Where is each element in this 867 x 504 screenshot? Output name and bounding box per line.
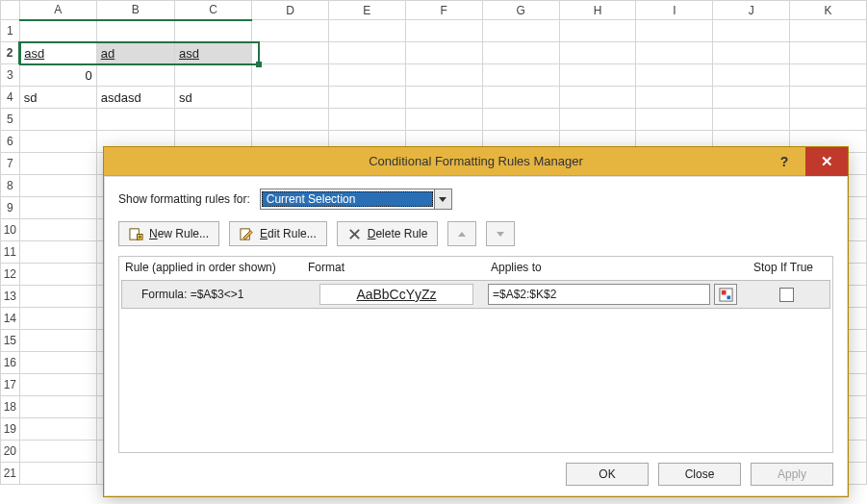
col-header-C[interactable]: C (174, 1, 251, 20)
row-header-18[interactable]: 18 (1, 396, 20, 418)
col-header-G[interactable]: G (482, 1, 559, 20)
cell-A2[interactable]: asd (19, 42, 96, 64)
edit-rule-button[interactable]: Edit Rule... (229, 221, 327, 246)
col-header-J[interactable]: J (713, 1, 790, 20)
apply-button[interactable]: Apply (751, 463, 833, 486)
cell-A4[interactable]: sd (19, 87, 96, 109)
rule-description: Formula: =$A$3<>1 (122, 288, 305, 301)
cell-C2[interactable]: asd (174, 42, 251, 64)
help-button[interactable]: ? (763, 147, 805, 176)
row-header-6[interactable]: 6 (1, 131, 20, 153)
delete-rule-button[interactable]: Delete Rule (337, 221, 439, 246)
cell-A3[interactable]: 0 (19, 64, 96, 87)
col-header-A[interactable]: A (19, 1, 96, 20)
col-header-H[interactable]: H (559, 1, 636, 20)
row-header-8[interactable]: 8 (1, 175, 20, 197)
row-header-13[interactable]: 13 (1, 286, 20, 308)
range-selector-icon (719, 288, 733, 302)
row-header-21[interactable]: 21 (1, 463, 20, 485)
move-down-button[interactable] (486, 221, 515, 246)
chevron-up-icon (458, 232, 466, 237)
applies-to-input[interactable]: =$A$2:$K$2 (488, 284, 710, 305)
show-for-label: Show formatting rules for: (118, 192, 250, 206)
col-header-I[interactable]: I (636, 1, 713, 20)
header-applies: Applies to (491, 261, 740, 274)
row-header-17[interactable]: 17 (1, 374, 20, 396)
chevron-down-icon (497, 232, 504, 237)
close-button[interactable]: ✕ (805, 147, 848, 176)
header-format: Format (308, 261, 491, 274)
cell-B2[interactable]: ad (96, 42, 174, 64)
row-header-15[interactable]: 15 (1, 330, 20, 352)
new-rule-icon (129, 227, 143, 241)
col-header-B[interactable]: B (96, 1, 174, 20)
row-header-16[interactable]: 16 (1, 352, 20, 374)
row-header-7[interactable]: 7 (1, 153, 20, 175)
edit-rule-icon (240, 227, 254, 241)
close-dialog-button[interactable]: Close (658, 463, 741, 486)
show-for-value: Current Selection (262, 191, 433, 207)
header-rule: Rule (applied in order shown) (125, 261, 308, 274)
format-preview: AaBbCcYyZz (319, 284, 473, 305)
dialog-titlebar[interactable]: Conditional Formatting Rules Manager ? ✕ (104, 147, 848, 176)
stop-if-true-checkbox[interactable] (779, 288, 794, 302)
combo-dropdown-button[interactable] (434, 189, 451, 209)
ok-button[interactable]: OK (566, 463, 649, 486)
col-header-D[interactable]: D (252, 1, 329, 20)
rule-row[interactable]: Formula: =$A$3<>1 AaBbCcYyZz =$A$2:$K$2 (121, 280, 830, 309)
row-header-20[interactable]: 20 (1, 441, 20, 463)
row-header-19[interactable]: 19 (1, 418, 20, 441)
row-header-4[interactable]: 4 (1, 87, 20, 109)
cell-B4[interactable]: asdasd (96, 87, 174, 109)
help-icon: ? (780, 154, 789, 169)
show-for-combo[interactable]: Current Selection (260, 189, 452, 210)
col-header-E[interactable]: E (328, 1, 405, 20)
chevron-down-icon (439, 197, 446, 202)
row-header-1[interactable]: 1 (1, 20, 20, 42)
row-header-11[interactable]: 11 (1, 241, 20, 264)
move-up-button[interactable] (447, 221, 476, 246)
col-header-K[interactable]: K (790, 1, 867, 20)
row-header-3[interactable]: 3 (1, 64, 20, 87)
new-rule-button[interactable]: NNew Rule...ew Rule... (118, 221, 219, 246)
row-header-9[interactable]: 9 (1, 197, 20, 219)
delete-rule-icon (347, 227, 362, 241)
row-header-2[interactable]: 2 (1, 42, 20, 64)
svg-rect-5 (727, 295, 730, 299)
row-header-5[interactable]: 5 (1, 109, 20, 131)
rules-listbox[interactable]: Rule (applied in order shown) Format App… (118, 256, 833, 453)
row-header-10[interactable]: 10 (1, 219, 20, 241)
cell-C4[interactable]: sd (174, 87, 251, 109)
svg-rect-4 (721, 290, 726, 294)
header-stop: Stop If True (740, 261, 827, 274)
conditional-formatting-dialog: Conditional Formatting Rules Manager ? ✕… (103, 146, 849, 497)
range-selector-button[interactable] (714, 284, 737, 305)
row-header-14[interactable]: 14 (1, 308, 20, 330)
col-header-F[interactable]: F (405, 1, 482, 20)
row-header-12[interactable]: 12 (1, 264, 20, 286)
dialog-title: Conditional Formatting Rules Manager (369, 154, 583, 168)
close-icon: ✕ (821, 153, 833, 170)
select-all-corner[interactable] (1, 1, 20, 20)
